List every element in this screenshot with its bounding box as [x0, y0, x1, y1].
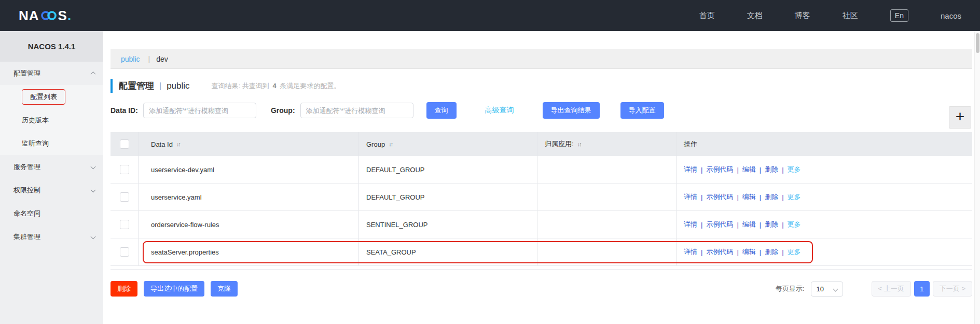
next-page-button[interactable]: 下一页 >	[933, 281, 972, 297]
sort-icon[interactable]: ↓↑	[176, 141, 180, 147]
select-all-checkbox[interactable]	[120, 139, 129, 149]
add-config-button[interactable]: +	[949, 106, 971, 129]
data-id-input[interactable]	[143, 103, 256, 118]
chevron-down-icon	[91, 188, 96, 193]
action-detail[interactable]: 详情	[684, 165, 697, 174]
namespace-separator: |	[148, 55, 150, 63]
action-delete[interactable]: 删除	[765, 220, 778, 229]
query-result-summary: 查询结果: 共查询到 4 条满足要求的配置。	[212, 81, 341, 91]
action-delete[interactable]: 删除	[765, 165, 778, 174]
table-header-row: Data Id ↓↑ Group ↓↑ 归属应用: ↓↑ 操作	[111, 132, 972, 156]
action-edit[interactable]: 编辑	[742, 247, 756, 257]
title-accent-bar	[111, 79, 113, 93]
header-data-id[interactable]: Data Id ↓↑	[139, 132, 359, 156]
sidebar-item-label: 历史版本	[22, 116, 49, 125]
row-checkbox[interactable]	[120, 247, 129, 257]
action-detail[interactable]: 详情	[684, 247, 697, 257]
nav-blog[interactable]: 博客	[795, 11, 810, 21]
export-selected-button[interactable]: 导出选中的配置	[144, 281, 204, 297]
data-id-label: Data ID:	[111, 106, 138, 115]
sidebar-item-history-version[interactable]: 历史版本	[0, 108, 103, 132]
nav-community[interactable]: 社区	[843, 11, 858, 21]
vertical-scrollbar[interactable]	[974, 31, 980, 324]
action-separator: |	[737, 166, 738, 174]
action-more[interactable]: 更多	[788, 165, 801, 174]
cell-app	[537, 184, 677, 210]
action-separator: |	[760, 166, 761, 174]
page-title: 配置管理	[119, 80, 154, 92]
action-more[interactable]: 更多	[788, 220, 801, 229]
main-content: public | dev 配置管理 | public 查询结果: 共查询到 4 …	[103, 31, 980, 324]
nacos-logo[interactable]: NA S .	[19, 8, 72, 24]
action-sample-code[interactable]: 示例代码	[706, 165, 733, 174]
search-button[interactable]: 查询	[426, 102, 457, 119]
header-label: Group	[366, 140, 385, 148]
sidebar-item-listener-query[interactable]: 监听查询	[0, 132, 103, 155]
chevron-up-icon	[91, 72, 96, 77]
cell-app	[537, 238, 677, 265]
sidebar-item-service-mgmt[interactable]: 服务管理	[0, 155, 103, 178]
namespace-tab-public[interactable]: public	[121, 55, 140, 63]
page-size-select[interactable]: 10	[811, 281, 843, 297]
user-menu[interactable]: nacos	[941, 11, 961, 20]
sort-icon[interactable]: ↓↑	[389, 141, 392, 147]
top-navigation: 首页 文档 博客 社区 En nacos	[699, 9, 961, 22]
action-separator: |	[701, 248, 702, 256]
topbar: NA S . 首页 文档 博客 社区 En nacos	[0, 0, 980, 31]
action-edit[interactable]: 编辑	[742, 220, 756, 229]
infinity-icon	[40, 10, 58, 21]
result-suffix: 条满足要求的配置。	[280, 82, 340, 90]
import-config-button[interactable]: 导入配置	[620, 102, 664, 119]
scrollbar-thumb[interactable]	[976, 33, 979, 53]
sidebar-item-config-list[interactable]: 配置列表	[0, 85, 103, 108]
action-separator: |	[782, 193, 783, 201]
prev-page-button[interactable]: < 上一页	[872, 281, 911, 297]
filter-row: Data ID: Group: 查询 高级查询 导出查询结果 导入配置	[111, 102, 972, 119]
group-label: Group:	[271, 106, 295, 115]
sidebar-item-namespace[interactable]: 命名空间	[0, 202, 103, 225]
result-count: 4	[272, 82, 276, 90]
cell-actions: 详情 | 示例代码 | 编辑 | 删除 | 更多	[677, 156, 972, 183]
chevron-down-icon	[91, 164, 96, 170]
header-group[interactable]: Group ↓↑	[359, 132, 537, 156]
sidebar-item-cluster-mgmt[interactable]: 集群管理	[0, 225, 103, 248]
action-more[interactable]: 更多	[788, 192, 801, 202]
row-checkbox[interactable]	[120, 165, 129, 174]
sort-icon[interactable]: ↓↑	[577, 141, 581, 147]
table-row: userservice.yaml DEFAULT_GROUP 详情 | 示例代码…	[111, 184, 972, 211]
header-app[interactable]: 归属应用: ↓↑	[537, 132, 677, 156]
action-separator: |	[701, 221, 702, 229]
logo-text-s: S	[58, 8, 67, 24]
cell-group: DEFAULT_GROUP	[359, 184, 537, 210]
namespace-tab-dev[interactable]: dev	[156, 55, 168, 63]
action-edit[interactable]: 编辑	[742, 192, 756, 202]
group-input[interactable]	[300, 103, 413, 118]
pager: < 上一页 1 下一页 >	[872, 281, 972, 297]
action-more[interactable]: 更多	[788, 247, 801, 257]
nav-home[interactable]: 首页	[699, 11, 715, 21]
action-detail[interactable]: 详情	[684, 220, 697, 229]
result-prefix: 查询结果: 共查询到	[212, 82, 269, 90]
action-delete[interactable]: 删除	[765, 247, 778, 257]
nav-docs[interactable]: 文档	[747, 11, 763, 21]
current-page-button[interactable]: 1	[914, 281, 930, 297]
sidebar-item-config-mgmt[interactable]: 配置管理	[0, 62, 103, 85]
advanced-search-link[interactable]: 高级查询	[485, 106, 514, 115]
export-results-button[interactable]: 导出查询结果	[543, 102, 600, 119]
action-delete[interactable]: 删除	[765, 192, 778, 202]
language-toggle[interactable]: En	[890, 9, 908, 22]
delete-selected-button[interactable]: 删除	[111, 281, 137, 297]
row-checkbox[interactable]	[120, 192, 129, 202]
clone-button[interactable]: 克隆	[211, 281, 238, 297]
sidebar-item-label: 配置管理	[13, 69, 40, 78]
row-checkbox[interactable]	[120, 220, 129, 229]
action-sample-code[interactable]: 示例代码	[706, 192, 733, 202]
action-detail[interactable]: 详情	[684, 192, 697, 202]
action-edit[interactable]: 编辑	[742, 165, 756, 174]
action-separator: |	[737, 248, 738, 256]
action-sample-code[interactable]: 示例代码	[706, 247, 733, 257]
sidebar: NACOS 1.4.1 配置管理 配置列表 历史版本 监听查询 服务管理 权限控…	[0, 31, 103, 324]
sidebar-item-auth-control[interactable]: 权限控制	[0, 178, 103, 202]
action-sample-code[interactable]: 示例代码	[706, 220, 733, 229]
cell-group: SENTINEL_GROUP	[359, 211, 537, 238]
